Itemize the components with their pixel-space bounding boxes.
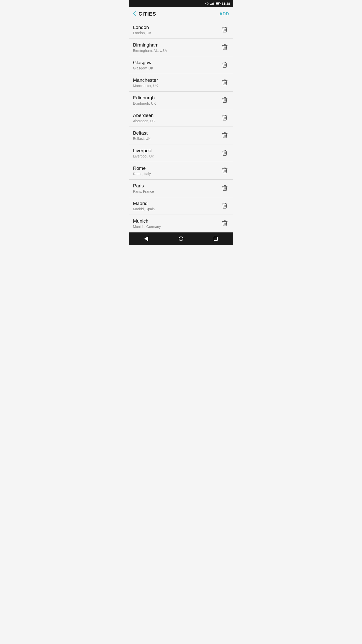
city-name: Munich <box>133 218 161 224</box>
list-item[interactable]: London London, UK <box>129 21 233 39</box>
delete-button[interactable] <box>220 148 229 158</box>
city-name: Paris <box>133 183 154 189</box>
list-item[interactable]: Glasgow Glasgow, UK <box>129 56 233 74</box>
page-title: CITIES <box>139 11 156 17</box>
delete-button[interactable] <box>220 113 229 123</box>
trash-icon <box>221 220 228 226</box>
trash-icon <box>221 149 228 156</box>
delete-button[interactable] <box>220 78 229 88</box>
city-name: Birmingham <box>133 42 167 48</box>
list-item[interactable]: Rome Rome, Italy <box>129 162 233 180</box>
nav-back-button[interactable] <box>141 234 151 244</box>
delete-button[interactable] <box>220 25 229 35</box>
city-info: Liverpool Liverpool, UK <box>133 148 154 158</box>
city-info: Madrid Madrid, Spain <box>133 201 155 211</box>
delete-button[interactable] <box>220 184 229 193</box>
city-subtitle: London, UK <box>133 31 152 35</box>
trash-icon <box>221 167 228 174</box>
nav-recent-button[interactable] <box>211 234 221 244</box>
city-info: London London, UK <box>133 25 152 35</box>
bottom-navigation <box>129 232 233 245</box>
home-icon <box>179 236 183 241</box>
list-item[interactable]: Liverpool Liverpool, UK <box>129 144 233 162</box>
status-time: 11:38 <box>222 2 230 6</box>
list-item[interactable]: Munich Munich, Germany <box>129 215 233 232</box>
delete-button[interactable] <box>220 201 229 211</box>
city-name: Belfast <box>133 130 151 136</box>
city-subtitle: Belfast, UK <box>133 137 151 141</box>
back-button[interactable] <box>133 11 137 17</box>
delete-button[interactable] <box>220 96 229 105</box>
back-icon <box>144 236 148 241</box>
city-info: Birmingham Birmingham, AL, USA <box>133 42 167 53</box>
delete-button[interactable] <box>220 60 229 70</box>
trash-icon <box>221 185 228 191</box>
recent-icon <box>214 237 218 241</box>
city-subtitle: Paris, France <box>133 189 154 193</box>
city-name: Aberdeen <box>133 113 155 118</box>
delete-button[interactable] <box>220 166 229 176</box>
city-info: Belfast Belfast, UK <box>133 130 151 141</box>
trash-icon <box>221 132 228 138</box>
header-left: CITIES <box>133 11 156 17</box>
battery-icon <box>216 2 220 5</box>
city-name: Madrid <box>133 201 155 206</box>
list-item[interactable]: Aberdeen Aberdeen, UK <box>129 109 233 127</box>
city-subtitle: Liverpool, UK <box>133 154 154 158</box>
delete-button[interactable] <box>220 43 229 52</box>
trash-icon <box>221 26 228 33</box>
add-button[interactable]: ADD <box>219 12 229 17</box>
city-subtitle: Rome, Italy <box>133 172 151 176</box>
city-name: Liverpool <box>133 148 154 153</box>
list-item[interactable]: Edinburgh Edinburgh, UK <box>129 92 233 109</box>
delete-button[interactable] <box>220 219 229 228</box>
city-subtitle: Edinburgh, UK <box>133 101 156 105</box>
list-item[interactable]: Paris Paris, France <box>129 180 233 197</box>
signal-icon <box>210 2 214 5</box>
city-info: Paris Paris, France <box>133 183 154 193</box>
signal-label: 4G <box>205 2 209 5</box>
city-info: Munich Munich, Germany <box>133 218 161 229</box>
city-info: Manchester Manchester, UK <box>133 77 158 88</box>
city-name: Manchester <box>133 77 158 83</box>
city-name: Edinburgh <box>133 95 156 101</box>
city-subtitle: Madrid, Spain <box>133 207 155 211</box>
city-name: Glasgow <box>133 60 153 65</box>
trash-icon <box>221 97 228 103</box>
header: CITIES ADD <box>129 7 233 21</box>
city-info: Edinburgh Edinburgh, UK <box>133 95 156 105</box>
list-item[interactable]: Madrid Madrid, Spain <box>129 197 233 215</box>
city-list: London London, UK Birmingham Birmingham,… <box>129 21 233 232</box>
city-subtitle: Munich, Germany <box>133 225 161 229</box>
city-subtitle: Glasgow, UK <box>133 66 153 70</box>
delete-button[interactable] <box>220 131 229 140</box>
trash-icon <box>221 114 228 121</box>
trash-icon <box>221 79 228 86</box>
status-bar: 4G 11:38 <box>129 0 233 7</box>
city-subtitle: Manchester, UK <box>133 84 158 88</box>
city-name: London <box>133 25 152 30</box>
nav-home-button[interactable] <box>176 234 186 244</box>
city-info: Rome Rome, Italy <box>133 166 151 176</box>
city-info: Aberdeen Aberdeen, UK <box>133 113 155 123</box>
trash-icon <box>221 61 228 68</box>
trash-icon <box>221 202 228 209</box>
city-name: Rome <box>133 166 151 171</box>
list-item[interactable]: Belfast Belfast, UK <box>129 127 233 144</box>
trash-icon <box>221 44 228 50</box>
list-item[interactable]: Manchester Manchester, UK <box>129 74 233 92</box>
city-subtitle: Aberdeen, UK <box>133 119 155 123</box>
list-item[interactable]: Birmingham Birmingham, AL, USA <box>129 39 233 56</box>
city-subtitle: Birmingham, AL, USA <box>133 49 167 53</box>
city-info: Glasgow Glasgow, UK <box>133 60 153 70</box>
